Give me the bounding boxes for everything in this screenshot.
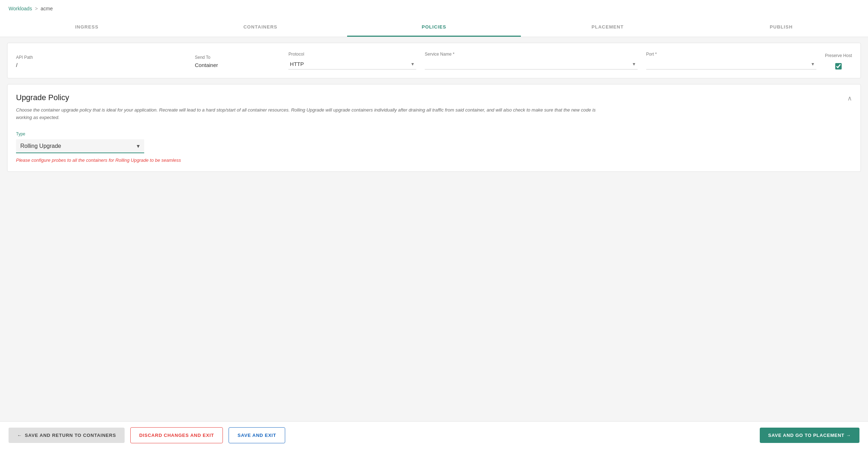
preserve-host-checkbox-wrapper bbox=[825, 63, 852, 69]
send-to-label: Send To bbox=[195, 55, 280, 60]
service-name-group: Service Name * ▼ bbox=[425, 52, 638, 69]
port-label: Port * bbox=[646, 52, 816, 57]
protocol-select[interactable]: HTTP HTTPS TCP UDP bbox=[288, 59, 416, 69]
preserve-host-label: Preserve Host bbox=[825, 53, 852, 58]
main-content: API Path / Send To Container Protocol HT… bbox=[0, 37, 868, 177]
protocol-select-wrapper: HTTP HTTPS TCP UDP ▼ bbox=[288, 59, 416, 69]
protocol-label: Protocol bbox=[288, 52, 416, 57]
api-path-group: API Path / bbox=[16, 55, 186, 69]
send-to-group: Send To Container bbox=[195, 55, 280, 69]
preserve-host-checkbox[interactable] bbox=[835, 63, 842, 69]
service-name-select-wrapper: ▼ bbox=[425, 59, 638, 69]
type-select-wrapper: Rolling Upgrade Recreate ▼ bbox=[16, 139, 144, 153]
service-name-label: Service Name * bbox=[425, 52, 638, 57]
type-select[interactable]: Rolling Upgrade Recreate bbox=[16, 139, 144, 153]
api-path-label: API Path bbox=[16, 55, 186, 60]
tab-placement[interactable]: PLACEMENT bbox=[521, 17, 695, 37]
breadcrumb-workloads-link[interactable]: Workloads bbox=[9, 6, 32, 11]
type-section: Type Rolling Upgrade Recreate ▼ Please c… bbox=[16, 131, 852, 163]
upgrade-policy-text-block: Upgrade Policy Choose the container upgr… bbox=[16, 93, 640, 122]
rule-row: API Path / Send To Container Protocol HT… bbox=[16, 52, 852, 69]
tab-publish[interactable]: PUBLISH bbox=[694, 17, 868, 37]
tab-policies[interactable]: POLICIES bbox=[347, 17, 521, 37]
collapse-icon[interactable]: ∧ bbox=[847, 94, 852, 102]
service-name-select[interactable] bbox=[425, 59, 638, 69]
api-path-value: / bbox=[16, 62, 186, 69]
tabs-bar: INGRESS CONTAINERS POLICIES PLACEMENT PU… bbox=[0, 17, 868, 37]
breadcrumb-separator: > bbox=[35, 6, 38, 11]
preserve-host-group: Preserve Host bbox=[825, 53, 852, 69]
type-label: Type bbox=[16, 131, 852, 136]
upgrade-policy-desc: Choose the container upgrade policy that… bbox=[16, 107, 609, 122]
protocol-group: Protocol HTTP HTTPS TCP UDP ▼ bbox=[288, 52, 416, 69]
upgrade-policy-title: Upgrade Policy bbox=[16, 93, 640, 102]
port-select[interactable] bbox=[646, 59, 816, 69]
upgrade-policy-card: Upgrade Policy Choose the container upgr… bbox=[7, 84, 861, 172]
rolling-upgrade-warning: Please configure probes to all the conta… bbox=[16, 158, 852, 163]
send-to-value: Container bbox=[195, 62, 280, 69]
rule-card: API Path / Send To Container Protocol HT… bbox=[7, 43, 861, 78]
breadcrumb-current: acme bbox=[41, 6, 53, 11]
upgrade-policy-header: Upgrade Policy Choose the container upgr… bbox=[16, 93, 852, 122]
port-select-wrapper: ▼ bbox=[646, 59, 816, 69]
tab-ingress[interactable]: INGRESS bbox=[0, 17, 174, 37]
breadcrumb: Workloads > acme bbox=[0, 0, 868, 17]
tab-containers[interactable]: CONTAINERS bbox=[174, 17, 347, 37]
port-group: Port * ▼ bbox=[646, 52, 816, 69]
